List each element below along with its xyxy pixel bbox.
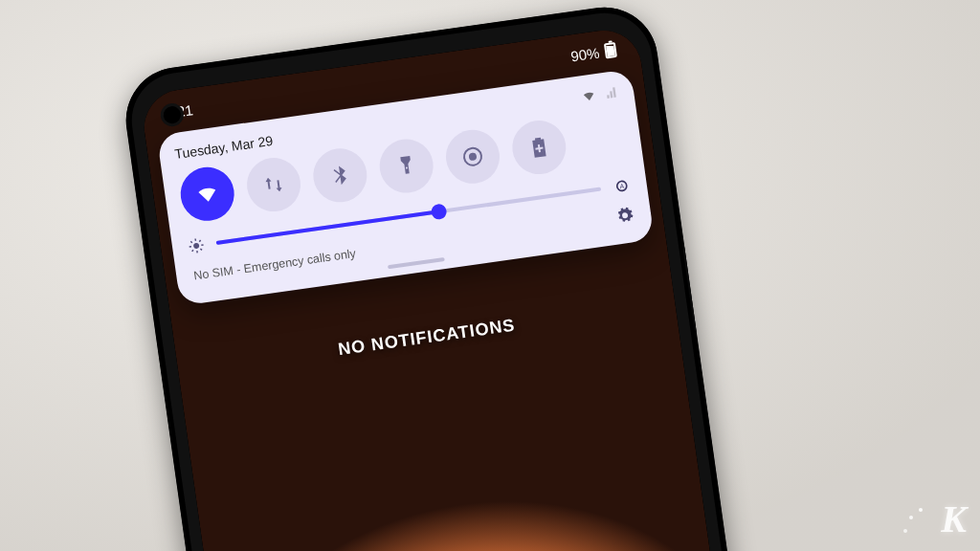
qs-tile-flashlight[interactable] — [376, 136, 436, 196]
brightness-low-icon — [187, 236, 206, 255]
svg-point-1 — [468, 152, 477, 161]
qs-tile-battery-saver[interactable] — [509, 117, 569, 177]
phone-screen: 4:21 90% Tuesday, Mar 29 — [140, 26, 776, 551]
scene: 4:21 90% Tuesday, Mar 29 — [120, 0, 980, 551]
shade-date: Tuesday, Mar 29 — [173, 133, 274, 162]
bluetooth-icon — [327, 163, 353, 188]
qs-tile-wifi[interactable] — [177, 164, 237, 224]
watermark: K — [941, 496, 967, 541]
svg-point-2 — [193, 243, 200, 250]
power-button[interactable] — [682, 246, 702, 332]
signal-status-icon — [604, 85, 619, 100]
qs-tile-mobile-data[interactable] — [243, 154, 303, 214]
mobile-data-icon — [260, 172, 286, 198]
battery-saver-icon — [526, 135, 552, 161]
settings-icon[interactable] — [615, 206, 635, 225]
status-right: 90% — [569, 41, 617, 64]
auto-brightness-icon[interactable]: A — [611, 175, 633, 197]
wifi-status-icon — [581, 88, 596, 103]
brightness-thumb[interactable] — [431, 203, 448, 220]
battery-percent: 90% — [569, 44, 600, 64]
flashlight-icon — [393, 153, 419, 179]
qs-tile-bluetooth[interactable] — [310, 145, 370, 206]
battery-icon — [604, 42, 617, 59]
phone-frame: 4:21 90% Tuesday, Mar 29 — [120, 0, 797, 551]
svg-text:A: A — [619, 183, 625, 190]
screen-record-icon — [459, 143, 485, 169]
wifi-icon — [194, 181, 220, 207]
qs-tile-screen-record[interactable] — [442, 126, 502, 187]
